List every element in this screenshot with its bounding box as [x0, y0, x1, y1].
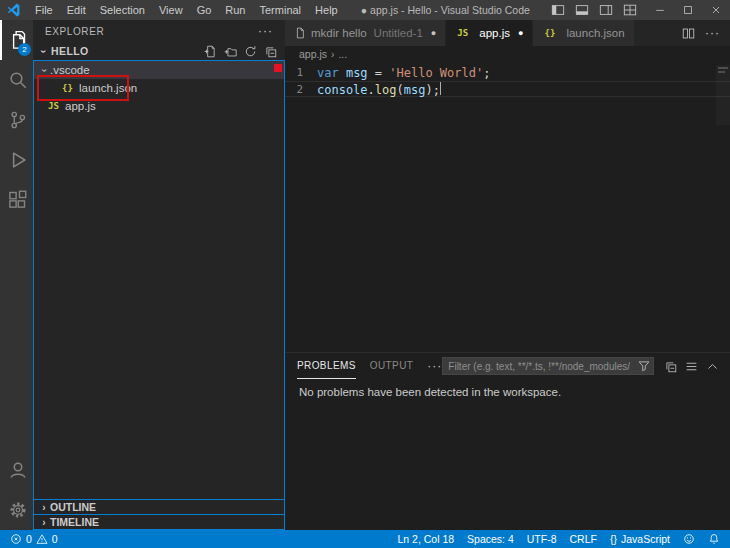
editor-more-actions-button[interactable]: ···: [705, 26, 720, 40]
customize-layout-icon[interactable]: [618, 0, 642, 20]
maximize-icon[interactable]: [674, 0, 702, 20]
activity-source-control[interactable]: [0, 100, 33, 140]
menu-view[interactable]: View: [152, 0, 190, 20]
tab-launch-json[interactable]: {} launch.json: [533, 20, 634, 46]
cursor-position[interactable]: Ln 2, Col 18: [397, 533, 454, 545]
gear-icon: [8, 500, 28, 520]
error-count: 0: [26, 533, 32, 545]
activity-settings[interactable]: [0, 490, 33, 530]
notifications-bell-icon[interactable]: [708, 533, 720, 545]
activity-search[interactable]: [0, 60, 33, 100]
tab-title: launch.json: [566, 27, 624, 39]
menu-edit[interactable]: Edit: [60, 0, 93, 20]
view-as-table-icon[interactable]: [685, 360, 698, 373]
activity-account[interactable]: [0, 450, 33, 490]
chevron-right-icon: ›: [38, 517, 50, 528]
close-icon[interactable]: [702, 0, 730, 20]
collapse-all-icon[interactable]: [264, 45, 277, 58]
language-label: JavaScript: [621, 533, 670, 545]
menu-go[interactable]: Go: [190, 0, 219, 20]
tab-bar: mkdir hello Untitled-1 ● JS app.js ● {} …: [285, 20, 730, 46]
minimap[interactable]: [716, 65, 730, 125]
annotation-marker: [274, 64, 282, 72]
source-control-icon: [8, 110, 28, 130]
language-mode[interactable]: {} JavaScript: [610, 533, 670, 545]
explorer-section-header[interactable]: › HELLO: [33, 42, 285, 60]
encoding[interactable]: UTF-8: [527, 533, 557, 545]
code-line-2[interactable]: 2console.log(msg);: [285, 81, 730, 97]
warning-icon: [36, 533, 48, 545]
eol-sequence[interactable]: CRLF: [570, 533, 597, 545]
problems-filter-input[interactable]: [443, 361, 635, 372]
menu-run[interactable]: Run: [218, 0, 252, 20]
code-editor[interactable]: 1var msg = 'Hello World'; 2console.log(m…: [285, 62, 730, 352]
tree-item-launch-json[interactable]: {} launch.json: [34, 79, 284, 97]
token-punctuation: ;: [483, 65, 490, 81]
menu-help[interactable]: Help: [308, 0, 345, 20]
tab-app-js[interactable]: JS app.js ●: [446, 20, 533, 46]
errors-warnings[interactable]: 0 0: [10, 533, 58, 545]
tree-item-app-js[interactable]: JS app.js: [34, 97, 284, 115]
collapse-all-icon[interactable]: [664, 360, 677, 373]
breadcrumb[interactable]: app.js › ...: [285, 46, 730, 62]
modified-dot-icon[interactable]: ●: [518, 28, 523, 38]
minimize-icon[interactable]: [646, 0, 674, 20]
menu-file[interactable]: File: [28, 0, 60, 20]
menu-terminal[interactable]: Terminal: [253, 0, 309, 20]
minimap-line: [718, 71, 725, 73]
tab-detail: Untitled-1: [374, 27, 423, 39]
maximize-panel-icon[interactable]: [706, 360, 719, 373]
menu-selection[interactable]: Selection: [93, 0, 152, 20]
modified-dot-icon[interactable]: ●: [431, 28, 436, 38]
menu-bar: File Edit Selection View Go Run Terminal…: [28, 0, 345, 20]
tab-title: app.js: [479, 27, 510, 39]
new-folder-icon[interactable]: [224, 45, 237, 58]
activity-extensions[interactable]: [0, 180, 33, 220]
indentation[interactable]: Spaces: 4: [467, 533, 514, 545]
breadcrumb-file[interactable]: app.js: [299, 48, 327, 60]
panel-actions: [664, 360, 730, 373]
toggle-secondary-sidebar-icon[interactable]: [594, 0, 618, 20]
filter-icon[interactable]: [635, 360, 653, 372]
token-string: 'Hello World': [389, 65, 483, 81]
panel-tab-output[interactable]: OUTPUT: [370, 353, 414, 379]
panel-tab-problems[interactable]: PROBLEMS: [297, 353, 356, 379]
section-timeline[interactable]: › TIMELINE: [34, 514, 284, 529]
status-bar: 0 0 Ln 2, Col 18 Spaces: 4 UTF-8 CRLF {}…: [0, 530, 730, 548]
refresh-icon[interactable]: [244, 45, 257, 58]
file-label: launch.json: [79, 82, 137, 94]
token-punctuation: );: [425, 82, 439, 96]
extensions-icon: [8, 190, 28, 210]
explorer-badge: 2: [18, 43, 31, 56]
tree-item-vscode-folder[interactable]: › .vscode: [34, 61, 284, 79]
explorer-more-actions-button[interactable]: ···: [258, 24, 273, 38]
timeline-label: TIMELINE: [50, 516, 99, 528]
run-debug-icon: [8, 150, 28, 170]
toggle-panel-icon[interactable]: [570, 0, 594, 20]
js-file-icon: JS: [455, 28, 470, 38]
sidebar-title: EXPLORER: [45, 26, 104, 37]
split-editor-icon[interactable]: [682, 27, 695, 40]
window-title: ● app.js - Hello - Visual Studio Code: [345, 4, 546, 16]
section-outline[interactable]: › OUTLINE: [34, 499, 284, 514]
activity-run-debug[interactable]: [0, 140, 33, 180]
tab-untitled[interactable]: mkdir hello Untitled-1 ●: [285, 20, 446, 46]
token-variable: msg: [346, 65, 368, 81]
vscode-logo-icon: [0, 3, 28, 17]
file-tree: › .vscode {} launch.json JS app.js: [34, 61, 284, 499]
token-function: log: [375, 82, 397, 96]
toggle-sidebar-icon[interactable]: [546, 0, 570, 20]
editor-actions: ···: [682, 20, 730, 46]
tab-title: mkdir hello: [311, 27, 367, 39]
window-controls: [646, 0, 730, 20]
status-bar-right: Ln 2, Col 18 Spaces: 4 UTF-8 CRLF {} Jav…: [397, 533, 720, 545]
breadcrumb-symbol[interactable]: ...: [338, 48, 347, 60]
activity-explorer[interactable]: 2: [0, 20, 33, 60]
feedback-icon[interactable]: [683, 533, 695, 545]
code-line-1[interactable]: 1var msg = 'Hello World';: [285, 65, 730, 81]
text-cursor: [440, 82, 441, 95]
panel-more-tabs-button[interactable]: ···: [427, 359, 442, 373]
outline-label: OUTLINE: [50, 501, 96, 513]
bottom-panel: PROBLEMS OUTPUT ···: [285, 352, 730, 530]
new-file-icon[interactable]: [204, 45, 217, 58]
